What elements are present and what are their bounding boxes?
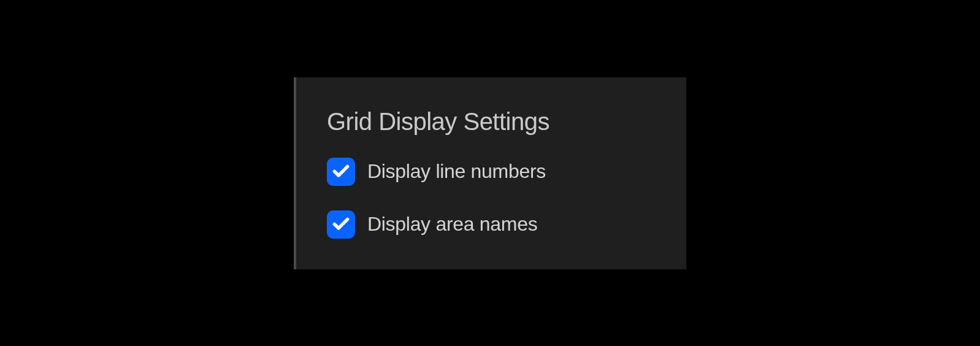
panel-title: Grid Display Settings — [327, 108, 649, 136]
grid-display-settings-panel: Grid Display Settings Display line numbe… — [294, 77, 686, 269]
checkbox-display-line-numbers[interactable] — [327, 158, 355, 186]
checkbox-label: Display line numbers — [367, 160, 546, 183]
option-display-area-names[interactable]: Display area names — [327, 210, 649, 239]
check-icon — [331, 213, 351, 236]
option-display-line-numbers[interactable]: Display line numbers — [327, 158, 649, 186]
check-icon — [331, 161, 351, 183]
checkbox-display-area-names[interactable] — [327, 210, 355, 239]
checkbox-label: Display area names — [367, 213, 537, 236]
